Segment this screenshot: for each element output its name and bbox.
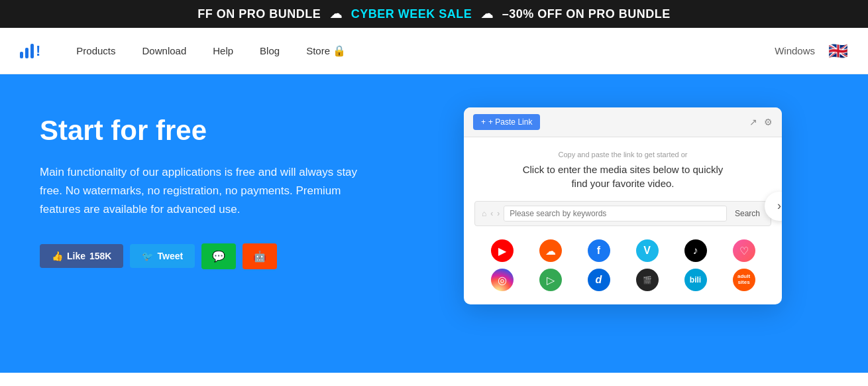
hero-section: Start for free Main functionality of our… [0, 74, 868, 373]
site-icon-facebook[interactable]: f [588, 239, 610, 262]
nav-products[interactable]: Products [63, 28, 129, 74]
banner-prefix: FF ON PRO BUNDLE [197, 7, 321, 21]
browser-search-input[interactable] [504, 206, 727, 222]
site-icon-meitu[interactable]: ♡ [733, 239, 755, 262]
browser-search-button[interactable]: Search [731, 208, 764, 220]
plus-icon: + [481, 117, 486, 127]
paste-link-label: + Paste Link [488, 117, 532, 127]
logo-bar-1 [20, 52, 23, 58]
site-icon-adult[interactable]: adultsites [733, 269, 755, 291]
tweet-label: Tweet [157, 251, 183, 261]
site-icon-vimeo[interactable]: V [636, 239, 659, 262]
logo[interactable]: ! [20, 44, 43, 58]
nav-blog[interactable]: Blog [246, 28, 293, 74]
settings-icon[interactable]: ⚙ [764, 117, 773, 127]
forward-icon[interactable]: › [497, 209, 500, 218]
app-main: Copy and paste the link to get started o… [464, 137, 782, 304]
back-icon[interactable]: ‹ [490, 209, 493, 218]
banner-highlight: CYBER WEEK SALE [351, 7, 472, 21]
hero-left: Start for free Main functionality of our… [40, 107, 437, 269]
reddit-button[interactable]: 🤖 [243, 243, 277, 269]
app-browser-bar: ⌂ ‹ › Search [474, 201, 771, 226]
site-icon-google-play[interactable]: ▷ [539, 269, 562, 291]
like-count: 158K [89, 251, 111, 261]
banner-cloud1: ☁ [330, 7, 343, 21]
promo-banner: FF ON PRO BUNDLE ☁ CYBER WEEK SALE ☁ –30… [0, 0, 868, 28]
store-label: Store [306, 45, 330, 56]
header-icons: ↗ ⚙ [749, 117, 773, 127]
home-icon[interactable]: ⌂ [482, 209, 486, 218]
banner-cloud2: ☁ [481, 7, 494, 21]
nav-store[interactable]: Store 🔒 [293, 28, 359, 74]
share-icon[interactable]: ↗ [749, 117, 757, 127]
logo-bar-3 [30, 44, 34, 58]
site-icon-tiktok[interactable]: ♪ [684, 239, 707, 262]
site-icons-grid: ▶ ☁ f V ♪ ♡ ◎ ▷ d 🎬 bili adultsites [474, 235, 771, 295]
like-label: Like [67, 251, 85, 261]
nav-windows[interactable]: Windows [775, 45, 815, 56]
twitter-icon: 🐦 [142, 251, 153, 261]
reddit-icon: 🤖 [253, 250, 266, 263]
logo-icon: ! [20, 44, 40, 58]
banner-suffix: –30% OFF ON PRO BUNDLE [502, 7, 671, 21]
app-instructions-small: Copy and paste the link to get started o… [474, 151, 771, 159]
nav-links: Products Download Help Blog Store 🔒 [63, 28, 775, 74]
flag-icon[interactable]: 🇬🇧 [828, 42, 848, 60]
nav-help[interactable]: Help [199, 28, 246, 74]
hero-actions: 👍 Like 158K 🐦 Tweet 💬 🤖 [40, 243, 437, 269]
logo-bar-2 [25, 48, 28, 58]
navbar: ! Products Download Help Blog Store 🔒 Wi… [0, 28, 868, 74]
nav-download[interactable]: Download [129, 28, 200, 74]
hero-description: Main functionality of our applications i… [40, 163, 371, 219]
site-icon-instagram[interactable]: ◎ [491, 269, 514, 291]
store-lock-icon: 🔒 [333, 44, 346, 57]
logo-exclaim: ! [36, 44, 40, 58]
site-icon-youtube[interactable]: ▶ [491, 239, 514, 262]
tweet-button[interactable]: 🐦 Tweet [130, 244, 195, 268]
paste-link-button[interactable]: + + Paste Link [473, 114, 540, 130]
app-instructions-main: Click to enter the media sites below to … [474, 162, 771, 190]
site-icon-dailymotion[interactable]: d [588, 269, 610, 291]
banner-text: FF ON PRO BUNDLE ☁ CYBER WEEK SALE ☁ –30… [197, 7, 671, 21]
app-window: + + Paste Link ↗ ⚙ Copy and paste the li… [464, 107, 782, 304]
thumbs-up-icon: 👍 [52, 251, 63, 261]
wechat-button[interactable]: 💬 [201, 243, 236, 269]
site-icon-soundcloud[interactable]: ☁ [539, 239, 562, 262]
hero-title: Start for free [40, 114, 437, 147]
like-button[interactable]: 👍 Like 158K [40, 244, 123, 268]
nav-right: Windows 🇬🇧 [775, 42, 848, 60]
hero-right: + + Paste Link ↗ ⚙ Copy and paste the li… [437, 107, 828, 304]
site-icon-bilibili[interactable]: bili [684, 269, 707, 291]
wechat-icon: 💬 [212, 250, 225, 263]
app-window-header: + + Paste Link ↗ ⚙ [464, 107, 782, 137]
site-icon-niconico[interactable]: 🎬 [636, 269, 659, 291]
